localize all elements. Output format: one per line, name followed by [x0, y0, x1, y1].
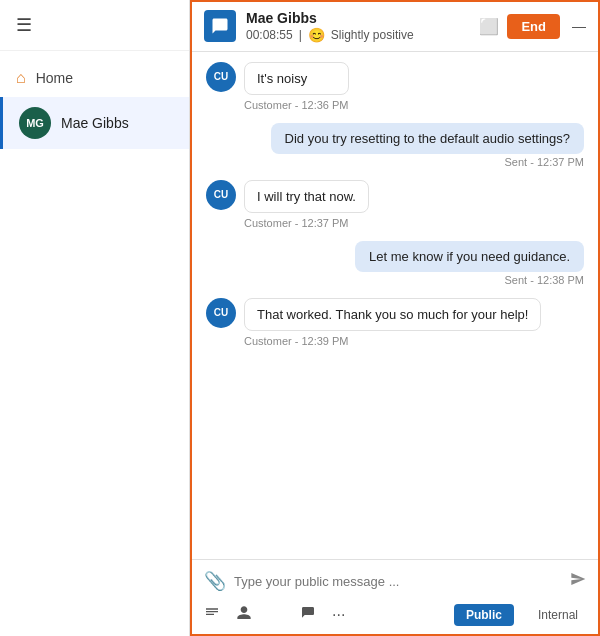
contact-icon[interactable]	[236, 605, 252, 625]
sidebar-nav: ⌂ Home MG Mae Gibbs	[0, 51, 189, 157]
internal-mode-button[interactable]: Internal	[530, 604, 586, 626]
message-content: I will try that now. Customer - 12:37 PM	[244, 180, 369, 229]
message-bubble: I will try that now.	[244, 180, 369, 213]
message-row: CU I will try that now. Customer - 12:37…	[206, 180, 584, 229]
message-content: It's noisy Customer - 12:36 PM	[244, 62, 349, 111]
chat-messages: CU It's noisy Customer - 12:36 PM Did yo…	[192, 52, 598, 559]
customer-avatar: CU	[206, 180, 236, 210]
sidebar-header: ☰	[0, 0, 189, 51]
more-options-icon[interactable]: ···	[332, 606, 345, 624]
message-meta: Customer - 12:39 PM	[244, 335, 541, 347]
send-icon[interactable]	[570, 571, 586, 591]
chat-window: Mae Gibbs 00:08:55 | 😊 Slightly positive…	[190, 0, 600, 636]
chat-timer: 00:08:55	[246, 28, 293, 42]
message-meta: Sent - 12:37 PM	[505, 156, 585, 168]
contact-name: Mae Gibbs	[246, 10, 469, 27]
sidebar-contact-name: Mae Gibbs	[61, 115, 129, 131]
attachment-icon[interactable]: 📎	[204, 570, 226, 592]
message-input[interactable]	[234, 574, 562, 589]
chat-icon	[204, 10, 236, 42]
notes-icon[interactable]	[300, 605, 316, 625]
chat-header-info: Mae Gibbs 00:08:55 | 😊 Slightly positive	[246, 10, 469, 43]
message-bubble: Did you try resetting to the default aud…	[271, 123, 584, 154]
sidebar-home-label: Home	[36, 70, 73, 86]
message-meta: Customer - 12:37 PM	[244, 217, 369, 229]
sidebar: ☰ ⌂ Home MG Mae Gibbs	[0, 0, 190, 636]
header-actions: ⬜ End —	[479, 14, 586, 39]
customer-avatar: CU	[206, 62, 236, 92]
chat-toolbar: ··· Public Internal	[192, 598, 598, 634]
end-button[interactable]: End	[507, 14, 560, 39]
message-row: CU That worked. Thank you so much for yo…	[206, 298, 584, 347]
message-bubble: It's noisy	[244, 62, 349, 95]
chat-header: Mae Gibbs 00:08:55 | 😊 Slightly positive…	[192, 2, 598, 52]
avatar: MG	[19, 107, 51, 139]
input-row: 📎	[204, 570, 586, 592]
separator: |	[299, 28, 302, 42]
chat-input-area: 📎	[192, 559, 598, 598]
home-icon: ⌂	[16, 69, 26, 87]
canned-responses-icon[interactable]	[204, 605, 220, 625]
minimize-icon[interactable]: —	[572, 18, 586, 34]
sidebar-item-contact[interactable]: MG Mae Gibbs	[0, 97, 189, 149]
monitor-icon[interactable]: ⬜	[479, 17, 499, 36]
message-content: That worked. Thank you so much for your …	[244, 298, 541, 347]
message-bubble: Let me know if you need guidance.	[355, 241, 584, 272]
hamburger-icon[interactable]: ☰	[16, 15, 32, 35]
message-bubble: That worked. Thank you so much for your …	[244, 298, 541, 331]
message-meta: Sent - 12:38 PM	[505, 274, 585, 286]
message-meta: Customer - 12:36 PM	[244, 99, 349, 111]
transfer-icon[interactable]	[268, 605, 284, 625]
chat-meta: 00:08:55 | 😊 Slightly positive	[246, 27, 469, 43]
sentiment-text: Slightly positive	[331, 28, 414, 42]
public-mode-button[interactable]: Public	[454, 604, 514, 626]
sentiment-icon: 😊	[308, 27, 325, 43]
customer-avatar: CU	[206, 298, 236, 328]
message-row: Let me know if you need guidance. Sent -…	[206, 241, 584, 286]
message-row: CU It's noisy Customer - 12:36 PM	[206, 62, 584, 111]
message-row: Did you try resetting to the default aud…	[206, 123, 584, 168]
sidebar-item-home[interactable]: ⌂ Home	[0, 59, 189, 97]
